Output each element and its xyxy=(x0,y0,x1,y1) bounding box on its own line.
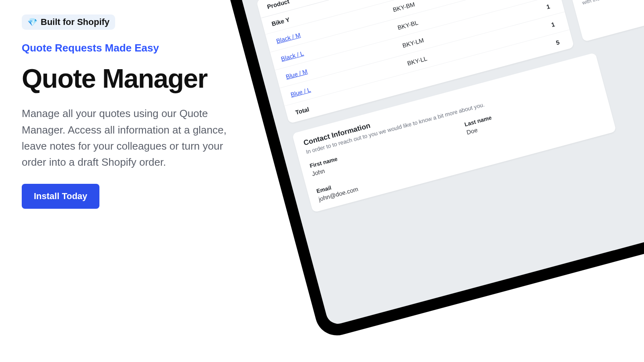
notes-hint: This information is only available inter… xyxy=(580,0,644,7)
eyebrow-text: Quote Requests Made Easy xyxy=(22,42,247,54)
page-title: Quote Manager xyxy=(22,65,247,93)
diamond-icon: 💎 xyxy=(27,17,37,27)
built-for-shopify-badge: 💎 Built for Shopify xyxy=(22,14,115,30)
tablet-mockup: ← Quote #O8nO878Vbk Created at 16-01-23 … xyxy=(217,0,644,340)
install-button[interactable]: Install Today xyxy=(22,184,99,209)
page-description: Manage all your quotes using our Quote M… xyxy=(22,105,227,170)
badge-text: Built for Shopify xyxy=(41,17,109,27)
